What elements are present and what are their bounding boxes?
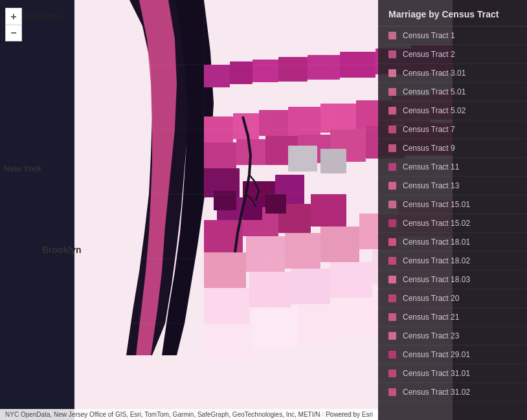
legend-swatch: [388, 107, 396, 115]
legend-item-label: Census Tract 18.03: [403, 275, 470, 284]
legend-item[interactable]: Census Tract 23: [378, 327, 527, 346]
legend-item[interactable]: Census Tract 2: [378, 45, 527, 64]
legend-item[interactable]: Census Tract 13: [378, 177, 527, 195]
legend-item-label: Census Tract 31.01: [403, 369, 470, 378]
svg-rect-32: [320, 104, 356, 133]
svg-rect-12: [285, 233, 320, 269]
legend-swatch: [388, 294, 396, 302]
legend-item[interactable]: Census Tract 29.01: [378, 346, 527, 364]
legend-item-label: Census Tract 29.01: [403, 350, 470, 359]
svg-rect-46: [278, 57, 308, 82]
svg-rect-22: [204, 324, 252, 362]
legend-title: Marriage by Census Tract: [378, 0, 527, 27]
legend-item-label: Census Tract 18.01: [403, 238, 470, 247]
legend-item[interactable]: Census Tract 1: [378, 27, 527, 45]
legend-item[interactable]: Census Tract 3.01: [378, 64, 527, 83]
legend-item[interactable]: Census Tract 9: [378, 139, 527, 158]
legend-swatch: [388, 50, 396, 58]
legend-swatch: [388, 163, 396, 171]
map-container: Manhattan New York Brooklyn + − Marriage…: [0, 0, 527, 420]
legend-swatch: [388, 388, 396, 396]
svg-rect-10: [204, 252, 246, 288]
svg-rect-17: [249, 272, 291, 307]
svg-rect-52: [243, 201, 262, 220]
legend-item-label: Census Tract 31.02: [403, 388, 470, 397]
legend-swatch: [388, 144, 396, 152]
legend-swatch: [388, 32, 396, 39]
svg-rect-51: [214, 191, 236, 210]
legend-item-label: Census Tract 13: [403, 181, 459, 190]
zoom-out-button[interactable]: −: [5, 25, 22, 41]
legend-item-label: Census Tract 1: [403, 31, 455, 40]
legend-item[interactable]: Census Tract 5.02: [378, 102, 527, 120]
svg-rect-31: [288, 107, 320, 136]
svg-rect-18: [291, 269, 330, 304]
legend-item[interactable]: Census Tract 15.01: [378, 195, 527, 214]
legend-item[interactable]: Census Tract 18.01: [378, 233, 527, 252]
legend-item[interactable]: Census Tract 31.01: [378, 364, 527, 383]
legend-item-label: Census Tract 7: [403, 125, 455, 134]
legend-swatch: [388, 201, 396, 208]
legend-item-label: Census Tract 9: [403, 144, 455, 153]
legend-swatch: [388, 88, 396, 96]
legend-item-label: Census Tract 15.02: [403, 219, 470, 228]
svg-rect-45: [252, 60, 278, 82]
legend-item-label: Census Tract 15.01: [403, 200, 470, 209]
legend-item[interactable]: Census Tract 20: [378, 289, 527, 308]
legend-item-label: Census Tract 23: [403, 331, 459, 340]
svg-rect-23: [252, 307, 298, 346]
legend-swatch: [388, 126, 396, 133]
svg-rect-54: [288, 146, 317, 171]
legend-item[interactable]: Census Tract 18.02: [378, 252, 527, 271]
legend-item-label: Census Tract 18.02: [403, 256, 470, 265]
legend-swatch: [388, 219, 396, 227]
legend-swatch: [388, 182, 396, 190]
svg-rect-19: [330, 262, 372, 298]
svg-rect-13: [320, 227, 359, 262]
legend-item[interactable]: Census Tract 18.03: [378, 271, 527, 289]
legend-item-label: Census Tract 5.02: [403, 106, 465, 115]
zoom-in-button[interactable]: +: [5, 8, 22, 25]
legend-item[interactable]: Census Tract 5.01: [378, 83, 527, 102]
legend-swatch: [388, 370, 396, 377]
legend-item-label: Census Tract 2: [403, 50, 455, 59]
legend-swatch: [388, 313, 396, 321]
powered-by: Powered by Esri: [320, 409, 378, 420]
svg-rect-43: [204, 65, 230, 87]
svg-rect-11: [246, 236, 285, 272]
legend-item-label: Census Tract 11: [403, 162, 459, 171]
svg-rect-9: [311, 194, 346, 227]
legend-swatch: [388, 276, 396, 283]
legend-panel: Marriage by Census Tract Census Tract 1C…: [378, 0, 527, 420]
svg-rect-47: [308, 55, 340, 80]
legend-swatch: [388, 69, 396, 77]
legend-swatch: [388, 351, 396, 359]
legend-item-label: Census Tract 5.01: [403, 87, 465, 96]
legend-items-container: Census Tract 1Census Tract 2Census Tract…: [378, 27, 527, 402]
legend-item[interactable]: Census Tract 15.02: [378, 214, 527, 233]
legend-swatch: [388, 332, 396, 340]
zoom-controls: + −: [5, 8, 22, 41]
legend-item[interactable]: Census Tract 21: [378, 308, 527, 327]
legend-item-label: Census Tract 20: [403, 294, 459, 303]
svg-rect-16: [204, 288, 249, 324]
legend-item-label: Census Tract 3.01: [403, 69, 465, 78]
legend-item-label: Census Tract 21: [403, 313, 459, 322]
legend-swatch: [388, 238, 396, 246]
svg-rect-30: [259, 110, 288, 136]
svg-rect-36: [204, 142, 236, 168]
legend-item[interactable]: Census Tract 7: [378, 120, 527, 139]
svg-rect-25: [340, 298, 382, 337]
legend-item[interactable]: Census Tract 11: [378, 158, 527, 177]
legend-swatch: [388, 257, 396, 265]
legend-item[interactable]: Census Tract 31.02: [378, 383, 527, 402]
